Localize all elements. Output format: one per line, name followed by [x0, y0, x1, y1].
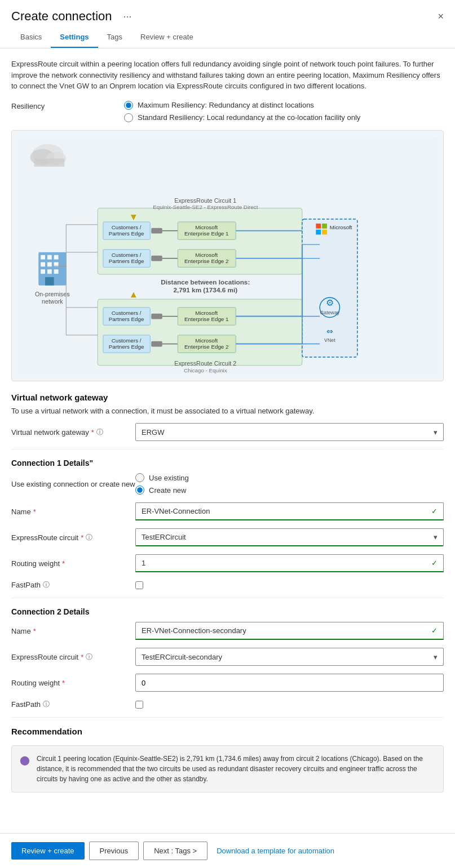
conn1-name-control: ER-VNet-Connection ✓ [135, 502, 444, 520]
vng-dropdown-arrow: ▾ [434, 428, 438, 437]
conn2-fastpath-info[interactable]: ⓘ [43, 700, 50, 709]
svg-text:Microsoft: Microsoft [195, 251, 218, 257]
conn2-routing-required: * [62, 679, 65, 687]
resiliency-std-option[interactable]: Standard Resiliency: Local redundancy at… [124, 113, 444, 122]
resiliency-options: Maximum Resiliency: Redundancy at distin… [124, 101, 444, 122]
tab-basics[interactable]: Basics [11, 28, 51, 48]
svg-text:Enterprise Edge 2: Enterprise Edge 2 [184, 258, 228, 264]
review-create-button[interactable]: Review + create [11, 842, 85, 860]
conn1-routing-required: * [62, 559, 65, 568]
svg-text:Chicago - Equinix: Chicago - Equinix [184, 367, 227, 373]
tab-settings[interactable]: Settings [51, 28, 98, 48]
conn2-name-control: ER-VNet-Connection-secondary ✓ [135, 622, 444, 640]
vng-required-star: * [91, 428, 94, 437]
conn1-fastpath-checkbox[interactable] [135, 581, 143, 589]
svg-rect-8 [54, 255, 59, 259]
conn2-header: Connection 2 Details [11, 607, 444, 616]
conn1-existing-label: Use existing [149, 474, 189, 482]
conn1-fastpath-label: FastPath ⓘ [11, 580, 135, 590]
conn2-fastpath-checkbox-item[interactable] [135, 701, 444, 709]
settings-description: ExpressRoute circuit within a peering lo… [11, 59, 444, 92]
conn2-routing-input[interactable] [135, 674, 444, 692]
conn2-circuit-info[interactable]: ⓘ [86, 652, 92, 662]
conn1-name-input[interactable]: ER-VNet-Connection ✓ [135, 502, 444, 520]
conn1-header: Connection 1 Details" [11, 459, 444, 468]
vng-select[interactable]: ERGW ▾ [135, 423, 444, 441]
tab-review-create[interactable]: Review + create [131, 28, 202, 48]
svg-rect-66 [151, 341, 162, 346]
next-button[interactable]: Next : Tags > [143, 842, 207, 860]
conn1-routing-value: 1 [142, 559, 145, 567]
conn1-fastpath-info[interactable]: ⓘ [43, 580, 50, 590]
conn1-new-option[interactable]: Create new [135, 486, 444, 495]
conn1-name-value: ER-VNet-Connection [142, 507, 210, 515]
conn2-fastpath-checkbox[interactable] [135, 701, 143, 709]
resiliency-diagram: On-premises network ExpressRoute Circuit… [11, 130, 444, 382]
svg-text:Customers /: Customers / [112, 251, 142, 257]
divider-1 [11, 449, 444, 449]
resiliency-max-radio[interactable] [124, 101, 133, 110]
recommendation-header: Recommendation [11, 727, 444, 736]
conn1-existing-option[interactable]: Use existing [135, 473, 444, 482]
conn1-type-row: Use existing connection or create new Us… [11, 473, 444, 495]
recommendation-icon: ⬤ [20, 755, 31, 784]
conn2-circuit-label: ExpressRoute circuit * ⓘ [11, 652, 135, 662]
resiliency-row: Resiliency Maximum Resiliency: Redundanc… [11, 101, 444, 122]
vng-field-label: Virtual network gateway * ⓘ [11, 428, 135, 437]
conn1-new-radio[interactable] [135, 486, 144, 495]
svg-text:Microsoft: Microsoft [330, 224, 352, 230]
svg-text:Customers /: Customers / [112, 309, 142, 315]
conn2-circuit-select[interactable]: TestERCircuit-secondary ▾ [135, 648, 444, 666]
conn1-existing-radio[interactable] [135, 473, 144, 482]
recommendation-text: Circuit 1 peering location (Equinix-Seat… [37, 754, 435, 784]
svg-rect-14 [54, 269, 59, 274]
svg-rect-76 [322, 223, 327, 228]
tab-bar: Basics Settings Tags Review + create [0, 28, 455, 48]
svg-rect-9 [41, 262, 45, 266]
svg-rect-15 [45, 277, 54, 285]
header-dots: ··· [123, 11, 132, 23]
conn1-fastpath-checkbox-item[interactable] [135, 581, 444, 589]
resiliency-std-radio[interactable] [124, 113, 133, 122]
conn1-circuit-info[interactable]: ⓘ [86, 533, 92, 542]
conn1-routing-input[interactable]: 1 ✓ [135, 554, 444, 572]
conn1-circuit-required: * [81, 533, 83, 542]
conn2-name-input[interactable]: ER-VNet-Connection-secondary ✓ [135, 622, 444, 640]
tab-tags[interactable]: Tags [98, 28, 131, 48]
vng-section-header: Virtual network gateway [11, 393, 444, 402]
vng-info-icon[interactable]: ⓘ [96, 428, 103, 437]
svg-text:Customers /: Customers / [112, 337, 142, 343]
svg-text:Gateway: Gateway [320, 309, 339, 315]
conn2-name-value: ER-VNet-Connection-secondary [142, 626, 246, 635]
svg-text:VNet: VNet [324, 337, 335, 342]
recommendation-box: ⬤ Circuit 1 peering location (Equinix-Se… [11, 745, 444, 793]
conn1-circuit-value: TestERCircuit [142, 533, 186, 541]
conn1-circuit-label: ExpressRoute circuit * ⓘ [11, 533, 135, 542]
conn2-circuit-row: ExpressRoute circuit * ⓘ TestERCircuit-s… [11, 648, 444, 666]
conn1-name-required: * [33, 508, 36, 516]
divider-3 [11, 717, 444, 718]
svg-text:Enterprise Edge 1: Enterprise Edge 1 [184, 230, 228, 237]
resiliency-max-option[interactable]: Maximum Resiliency: Redundancy at distin… [124, 101, 444, 110]
download-template-link[interactable]: Download a template for automation [217, 847, 334, 855]
vng-section-desc: To use a virtual network with a connecti… [11, 407, 444, 415]
conn1-routing-check: ✓ [431, 559, 438, 567]
svg-rect-4 [34, 158, 64, 167]
svg-text:Microsoft: Microsoft [195, 224, 218, 230]
svg-text:Customers /: Customers / [112, 224, 142, 230]
conn1-name-check: ✓ [431, 507, 438, 515]
conn1-name-label: Name * [11, 508, 135, 516]
svg-rect-77 [316, 229, 321, 234]
vng-value: ERGW [142, 428, 164, 437]
footer: Review + create Previous Next : Tags > D… [0, 833, 455, 868]
divider-2 [11, 598, 444, 598]
svg-text:Microsoft: Microsoft [195, 337, 218, 343]
page: Create connection ··· × Basics Settings … [0, 0, 455, 868]
conn2-circuit-arrow: ▾ [434, 653, 438, 661]
svg-text:⇔: ⇔ [326, 327, 333, 335]
close-button[interactable]: × [438, 11, 444, 23]
previous-button[interactable]: Previous [89, 842, 139, 860]
svg-rect-6 [41, 255, 45, 259]
conn1-circuit-select[interactable]: TestERCircuit ▾ [135, 528, 444, 546]
svg-rect-42 [151, 255, 162, 261]
